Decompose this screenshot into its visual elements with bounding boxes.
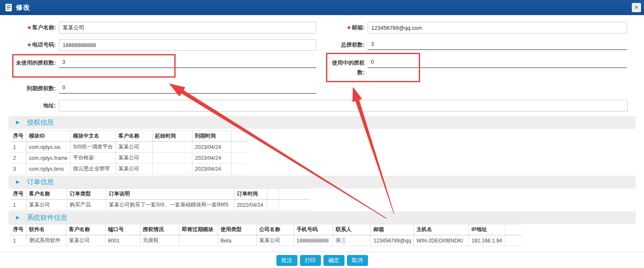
- cell: Beta: [218, 235, 257, 246]
- close-icon[interactable]: ✕: [632, 3, 641, 12]
- cell: SIS统一调度平台: [70, 142, 116, 153]
- customer-name-label: ❖客户名称:: [8, 22, 56, 34]
- total-licenses-label: 总授权数:: [311, 39, 365, 51]
- footer-buttons: 批注 打印 确定 取消: [0, 255, 644, 266]
- header-cell: 手机号码: [294, 224, 333, 235]
- order-table: 序号 客户名称 订单类型 订单说明 订单时间 1 某某公司 购买产品 某某公司购…: [11, 188, 310, 211]
- header-cell: [279, 189, 310, 200]
- system-software-table: 序号 软件名 客户名称 端口号 授权情况 即将过期模块 使用类型 公司名称 手机…: [11, 224, 522, 246]
- header-cell: [505, 224, 522, 235]
- header-cell: 订单类型: [67, 189, 106, 200]
- expired-licenses-value: 0: [59, 83, 316, 94]
- modify-dialog: 修改 ✕ ❖客户名称: ❖邮箱: ❖电话号码: 总授权数: 3 未使用的授权数:…: [0, 0, 644, 268]
- cell: 某某公司: [257, 235, 294, 246]
- table-row[interactable]: 2 com.njdys.frame 平台框架 某某公司 2023/04/24: [11, 153, 247, 164]
- cell: 某某公司: [116, 142, 152, 153]
- header-cell: 客户名称: [116, 131, 152, 142]
- header-cell: IP地址: [469, 224, 505, 235]
- header-cell: 模块ID: [26, 131, 71, 142]
- cell: [505, 235, 522, 246]
- header-cell: [267, 189, 279, 200]
- header-cell: 联系人: [333, 224, 371, 235]
- section-title: 订单信息: [27, 178, 54, 187]
- cell: [231, 164, 247, 174]
- expand-triangle-icon: ▶: [16, 179, 19, 185]
- required-icon: ❖: [27, 42, 32, 47]
- print-button[interactable]: 打印: [300, 255, 321, 266]
- document-icon: [5, 3, 12, 12]
- section-header-license[interactable]: ▶ 授权信息: [8, 116, 636, 129]
- cell: com.njdys.sis: [26, 142, 71, 153]
- unused-licenses-label: 未使用的授权数:: [14, 57, 56, 68]
- cell: [152, 142, 192, 153]
- inuse-licenses-value: 0: [368, 57, 627, 68]
- header-cell: 邮箱: [371, 224, 414, 235]
- header-cell: 主机名: [414, 224, 469, 235]
- header-cell: 序号: [11, 131, 26, 142]
- header-cell: 使用类型: [218, 224, 257, 235]
- unused-licenses-value: 3: [59, 57, 316, 68]
- inuse-licenses-label: 使用中的授权数:: [325, 57, 365, 77]
- cell: 18888888888: [294, 235, 333, 246]
- required-icon: ❖: [27, 25, 32, 30]
- email-label: ❖邮箱:: [311, 22, 365, 34]
- cell: 2023/04/24: [192, 153, 231, 164]
- cell: 1: [11, 200, 26, 211]
- cell: com.njdys.frame: [26, 153, 71, 164]
- table-row[interactable]: 1 测试系统软件 某某公司 8001 无授权 Beta 某某公司 1888888…: [11, 235, 522, 246]
- header-cell: 到期时间: [192, 131, 231, 142]
- phone-input[interactable]: [59, 39, 316, 51]
- header-cell: 序号: [11, 189, 26, 200]
- cell: 某某公司: [26, 200, 67, 211]
- cell: 平台框架: [70, 153, 116, 164]
- confirm-button[interactable]: 确定: [323, 255, 344, 266]
- cell: WIN-2DEOI0BNDKI: [414, 235, 469, 246]
- cell: 2023/04/24: [192, 164, 231, 174]
- expired-licenses-label: 到期授权数:: [8, 83, 56, 94]
- header-cell: 序号: [11, 224, 26, 235]
- header-cell: 公司名称: [257, 224, 294, 235]
- header-cell: [231, 131, 247, 142]
- address-input[interactable]: [59, 100, 628, 112]
- section-header-system[interactable]: ▶ 系统软件信息: [8, 211, 636, 224]
- cell: [231, 153, 247, 164]
- cell: 2023/04/24: [192, 142, 231, 153]
- cell: [267, 200, 279, 211]
- phone-label: ❖电话号码:: [8, 39, 56, 51]
- total-licenses-value: 3: [368, 39, 627, 50]
- dialog-title: 修改: [16, 0, 30, 15]
- cell: 某某公司: [116, 164, 152, 174]
- cell: 张三: [333, 235, 371, 246]
- header-cell: 订单时间: [234, 189, 267, 200]
- table-row[interactable]: 1 com.njdys.sis SIS统一调度平台 某某公司 2023/04/2…: [11, 142, 247, 153]
- email-input[interactable]: [368, 22, 627, 34]
- cell: 某某公司: [116, 153, 152, 164]
- table-row[interactable]: 1 某某公司 购买产品 某某公司购买了一套SIS、一套基础模块和一套BMS 20…: [11, 200, 310, 211]
- cell: 3: [11, 164, 26, 174]
- section-title: 授权信息: [27, 118, 54, 127]
- customer-name-input[interactable]: [59, 22, 316, 34]
- cell: 某某公司: [66, 235, 105, 246]
- cell: 德云思企业管理: [70, 164, 116, 174]
- footer-divider: [0, 252, 644, 252]
- cancel-button[interactable]: 取消: [347, 255, 368, 266]
- table-row[interactable]: 3 com.njdys.bms 德云思企业管理 某某公司 2023/04/24: [11, 164, 247, 174]
- annotate-button[interactable]: 批注: [276, 255, 297, 266]
- header-cell: 软件名: [26, 224, 66, 235]
- cell: [152, 153, 192, 164]
- cell: [231, 142, 247, 153]
- cell: 1: [11, 235, 26, 246]
- cell: 192.168.1.94: [469, 235, 505, 246]
- section-header-order[interactable]: ▶ 订单信息: [8, 176, 636, 188]
- cell: [152, 164, 192, 174]
- cell: 8001: [105, 235, 140, 246]
- header-cell: 订单说明: [106, 189, 234, 200]
- header-cell: 模块中文名: [70, 131, 116, 142]
- cell: 2: [11, 153, 26, 164]
- header-cell: 授权情况: [140, 224, 179, 235]
- required-icon: ❖: [347, 25, 351, 30]
- dialog-titlebar: 修改 ✕: [0, 0, 644, 15]
- section-title: 系统软件信息: [27, 213, 67, 222]
- address-label: 地址:: [8, 100, 56, 112]
- table-header-row: 序号 客户名称 订单类型 订单说明 订单时间: [11, 189, 310, 200]
